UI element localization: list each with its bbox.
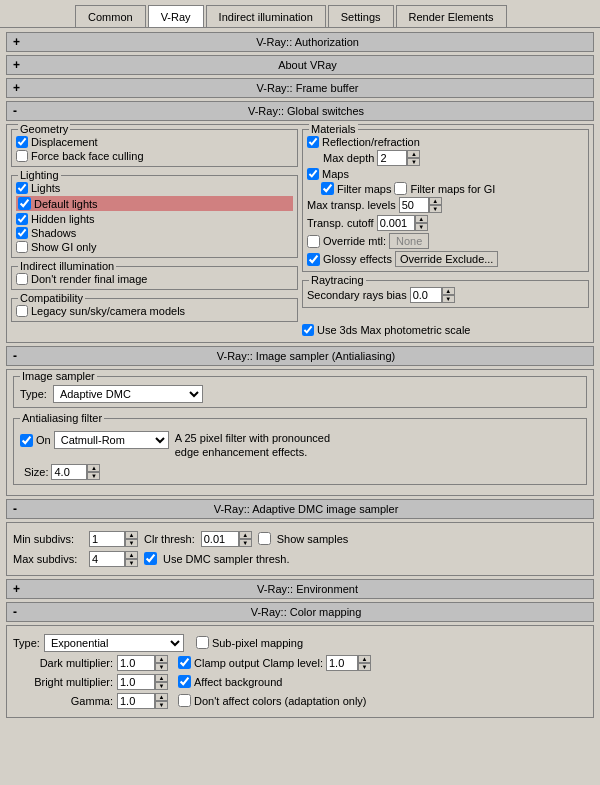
- shadows-checkbox[interactable]: [16, 227, 28, 239]
- clamp-level-up[interactable]: ▲: [358, 655, 371, 663]
- max-transp-down[interactable]: ▼: [429, 205, 442, 213]
- tab-vray[interactable]: V-Ray: [148, 5, 204, 27]
- max-depth-spinner[interactable]: ▲ ▼: [377, 150, 420, 166]
- max-subdivs-input[interactable]: [89, 551, 125, 567]
- clr-thresh-down[interactable]: ▼: [239, 539, 252, 547]
- secondary-bias-label: Secondary rays bias: [307, 289, 407, 301]
- clr-thresh-spinner[interactable]: ▲ ▼: [201, 531, 252, 547]
- min-subdivs-input[interactable]: [89, 531, 125, 547]
- dark-mult-spinner[interactable]: ▲ ▼: [117, 655, 168, 671]
- affect-bg-checkbox[interactable]: [178, 675, 191, 688]
- use-dmc-checkbox[interactable]: [144, 552, 157, 565]
- displacement-checkbox[interactable]: [16, 136, 28, 148]
- transp-cutoff-input[interactable]: [377, 215, 415, 231]
- max-transp-input[interactable]: [399, 197, 429, 213]
- photometric-checkbox[interactable]: [302, 324, 314, 336]
- default-lights-checkbox[interactable]: [18, 197, 31, 210]
- framebuffer-section[interactable]: + V-Ray:: Frame buffer: [6, 78, 594, 98]
- size-spinner[interactable]: ▲ ▼: [51, 464, 100, 480]
- tab-common[interactable]: Common: [75, 5, 146, 27]
- adaptive-dmc-sectionbar[interactable]: - V-Ray:: Adaptive DMC image sampler: [6, 499, 594, 519]
- bright-mult-input[interactable]: [117, 674, 155, 690]
- sub-pixel-checkbox[interactable]: [196, 636, 209, 649]
- clamp-level-input[interactable]: [326, 655, 358, 671]
- gamma-down[interactable]: ▼: [155, 701, 168, 709]
- max-subdivs-spinner[interactable]: ▲ ▼: [89, 551, 138, 567]
- override-mtl-label: Override mtl:: [323, 235, 386, 247]
- max-depth-input[interactable]: [377, 150, 407, 166]
- filter-maps-gi-checkbox[interactable]: [394, 182, 407, 195]
- displacement-label: Displacement: [31, 136, 98, 148]
- aa-on-checkbox[interactable]: [20, 434, 33, 447]
- maps-checkbox[interactable]: [307, 168, 319, 180]
- min-subdivs-down[interactable]: ▼: [125, 539, 138, 547]
- clamp-level-spinner[interactable]: ▲ ▼: [326, 655, 371, 671]
- cm-type-select[interactable]: Exponential Linear multiply HSV exponent…: [44, 634, 184, 652]
- authorization-section[interactable]: + V-Ray:: Authorization: [6, 32, 594, 52]
- dark-mult-up[interactable]: ▲: [155, 655, 168, 663]
- glossy-checkbox[interactable]: [307, 253, 320, 266]
- show-gi-checkbox[interactable]: [16, 241, 28, 253]
- filter-maps-checkbox[interactable]: [321, 182, 334, 195]
- gamma-input[interactable]: [117, 693, 155, 709]
- dark-mult-down[interactable]: ▼: [155, 663, 168, 671]
- dont-affect-checkbox[interactable]: [178, 694, 191, 707]
- bright-mult-up[interactable]: ▲: [155, 674, 168, 682]
- dark-mult-input[interactable]: [117, 655, 155, 671]
- size-up[interactable]: ▲: [87, 464, 100, 472]
- tab-settings[interactable]: Settings: [328, 5, 394, 27]
- min-subdivs-up[interactable]: ▲: [125, 531, 138, 539]
- max-transp-spinner[interactable]: ▲ ▼: [399, 197, 442, 213]
- clr-thresh-input[interactable]: [201, 531, 239, 547]
- indirect-title: Indirect illumination: [18, 260, 116, 272]
- max-depth-up[interactable]: ▲: [407, 150, 420, 158]
- legacy-checkbox[interactable]: [16, 305, 28, 317]
- max-transp-label: Max transp. levels: [307, 199, 396, 211]
- aa-filter-select[interactable]: Catmull-Rom Box Area Triangle: [54, 431, 169, 449]
- lights-row: Lights: [16, 182, 293, 194]
- tab-indirect[interactable]: Indirect illumination: [206, 5, 326, 27]
- tab-render-elements[interactable]: Render Elements: [396, 5, 507, 27]
- secondary-bias-row: Secondary rays bias ▲ ▼: [307, 287, 584, 303]
- hidden-lights-checkbox[interactable]: [16, 213, 28, 225]
- override-excl-btn[interactable]: Override Exclude...: [395, 251, 499, 267]
- default-lights-row: Default lights: [16, 196, 293, 211]
- about-section[interactable]: + About VRay: [6, 55, 594, 75]
- bright-mult-spinner[interactable]: ▲ ▼: [117, 674, 168, 690]
- reflection-checkbox[interactable]: [307, 136, 319, 148]
- secondary-bias-input[interactable]: [410, 287, 442, 303]
- clr-thresh-up[interactable]: ▲: [239, 531, 252, 539]
- gamma-spinner[interactable]: ▲ ▼: [117, 693, 168, 709]
- clamp-level-down[interactable]: ▼: [358, 663, 371, 671]
- image-sampler-sectionbar[interactable]: - V-Ray:: Image sampler (Antialiasing): [6, 346, 594, 366]
- transp-cutoff-label: Transp. cutoff: [307, 217, 374, 229]
- max-subdivs-up[interactable]: ▲: [125, 551, 138, 559]
- size-down[interactable]: ▼: [87, 472, 100, 480]
- environment-sectionbar[interactable]: + V-Ray:: Environment: [6, 579, 594, 599]
- max-subdivs-down[interactable]: ▼: [125, 559, 138, 567]
- global-switches-section[interactable]: - V-Ray:: Global switches: [6, 101, 594, 121]
- show-samples-label: Show samples: [277, 533, 349, 545]
- type-select[interactable]: Adaptive DMC Fixed rate Adaptive subdivi…: [53, 385, 203, 403]
- size-input[interactable]: [51, 464, 87, 480]
- bright-mult-down[interactable]: ▼: [155, 682, 168, 690]
- color-mapping-sectionbar[interactable]: - V-Ray:: Color mapping: [6, 602, 594, 622]
- dont-render-checkbox[interactable]: [16, 273, 28, 285]
- override-none-btn[interactable]: None: [389, 233, 429, 249]
- show-samples-checkbox[interactable]: [258, 532, 271, 545]
- secondary-bias-down[interactable]: ▼: [442, 295, 455, 303]
- secondary-bias-up[interactable]: ▲: [442, 287, 455, 295]
- force-back-checkbox[interactable]: [16, 150, 28, 162]
- min-subdivs-spinner[interactable]: ▲ ▼: [89, 531, 138, 547]
- transp-cutoff-down[interactable]: ▼: [415, 223, 428, 231]
- max-depth-down[interactable]: ▼: [407, 158, 420, 166]
- transp-cutoff-spinner[interactable]: ▲ ▼: [377, 215, 428, 231]
- override-mtl-checkbox[interactable]: [307, 235, 320, 248]
- gamma-up[interactable]: ▲: [155, 693, 168, 701]
- secondary-bias-spinner[interactable]: ▲ ▼: [410, 287, 455, 303]
- materials-group: Materials Reflection/refraction Max dept…: [302, 129, 589, 272]
- transp-cutoff-up[interactable]: ▲: [415, 215, 428, 223]
- lights-checkbox[interactable]: [16, 182, 28, 194]
- max-transp-up[interactable]: ▲: [429, 197, 442, 205]
- clamp-output-checkbox[interactable]: [178, 656, 191, 669]
